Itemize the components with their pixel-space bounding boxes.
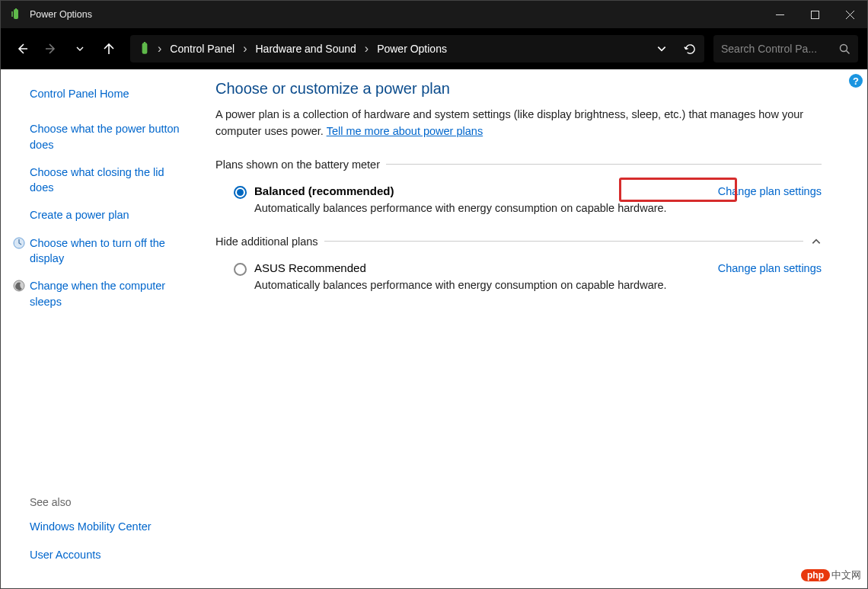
breadcrumb-item[interactable]: Control Panel [168,43,237,55]
watermark: php 中文网 [801,568,861,582]
plan-description: Automatically balances performance with … [254,202,703,214]
control-panel-home-link[interactable]: Control Panel Home [30,86,187,101]
refresh-button[interactable] [684,43,697,56]
svg-line-9 [847,50,850,53]
change-plan-settings-link[interactable]: Change plan settings [718,185,822,197]
sidebar: Control Panel Home Choose what the power… [1,69,202,589]
chevron-right-icon[interactable]: › [155,42,164,56]
plan-radio[interactable] [234,263,247,276]
address-dropdown[interactable] [656,43,667,54]
svg-rect-7 [144,42,145,43]
change-plan-settings-link[interactable]: Change plan settings [718,262,822,274]
maximize-button[interactable] [797,1,832,28]
sidebar-link[interactable]: Choose what the power button does [30,121,187,152]
breadcrumb-item[interactable]: Hardware and Sound [253,43,358,55]
plan-title[interactable]: Balanced (recommended) [254,184,703,197]
up-button[interactable] [97,37,121,61]
svg-point-8 [841,44,847,51]
section-header-collapsible[interactable]: Hide additional plans [215,235,822,248]
recent-dropdown[interactable] [68,37,92,61]
page-heading: Choose or customize a power plan [215,80,822,98]
power-plan-row: Balanced (recommended) Automatically bal… [215,184,822,214]
forward-button[interactable] [39,37,63,61]
svg-rect-6 [142,43,148,54]
watermark-pill: php [801,569,830,581]
app-icon [10,8,22,21]
search-box[interactable] [713,35,858,62]
see-also-link[interactable]: User Accounts [30,547,187,562]
power-plan-row: ASUS Recommended Automatically balances … [215,261,822,291]
see-also-label: See also [30,496,187,508]
chevron-right-icon[interactable]: › [240,42,250,56]
close-button[interactable] [832,1,867,28]
breadcrumb-item[interactable]: Power Options [375,43,449,55]
plan-description: Automatically balances performance with … [254,279,703,291]
content-area: ? Control Panel Home Choose what the pow… [1,69,867,589]
sidebar-link[interactable]: Change when the computer sleeps [30,278,187,309]
titlebar: Power Options [1,1,867,28]
toolbar: › Control Panel › Hardware and Sound › P… [1,28,867,69]
section-header: Plans shown on the battery meter [215,158,822,171]
sidebar-link[interactable]: Choose what closing the lid does [30,165,187,196]
address-icon [138,42,152,56]
minimize-button[interactable] [762,1,797,28]
svg-rect-3 [811,11,819,18]
sidebar-link[interactable]: Create a power plan [30,207,187,222]
svg-rect-1 [15,8,17,10]
watermark-text: 中文网 [831,568,861,582]
page-description: A power plan is a collection of hardware… [215,107,822,140]
main-panel: Choose or customize a power plan A power… [202,69,867,589]
sleep-icon [13,280,25,292]
address-bar[interactable]: › Control Panel › Hardware and Sound › P… [130,35,704,62]
window-title: Power Options [30,9,762,20]
learn-more-link[interactable]: Tell me more about power plans [327,125,483,137]
svg-rect-0 [14,9,18,19]
back-button[interactable] [10,37,34,61]
chevron-up-icon [811,236,822,247]
search-icon[interactable] [839,43,850,55]
plan-radio[interactable] [234,186,247,199]
see-also-link[interactable]: Windows Mobility Center [30,519,187,534]
chevron-right-icon[interactable]: › [362,42,372,56]
plan-title[interactable]: ASUS Recommended [254,261,703,274]
sidebar-link[interactable]: Choose when to turn off the display [30,235,187,267]
search-input[interactable] [721,43,828,55]
display-icon [13,237,25,249]
